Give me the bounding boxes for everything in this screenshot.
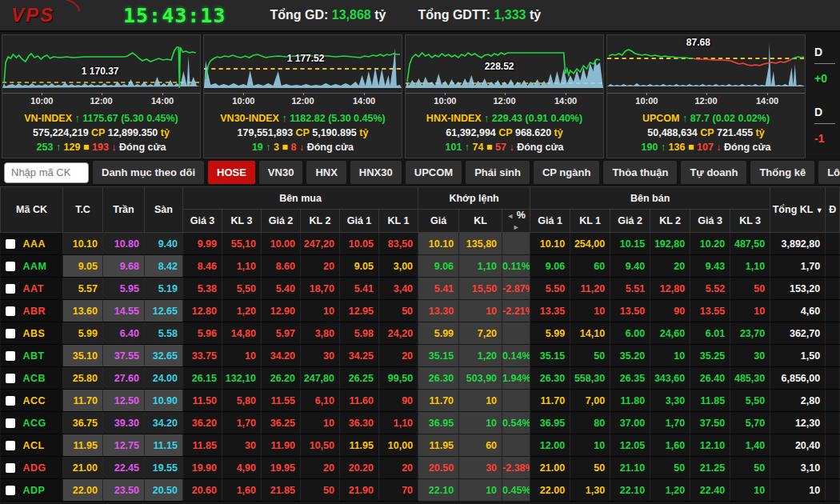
row-checkbox[interactable] [6,262,15,271]
sell-cell-1: 21.00 [530,457,570,479]
tab-tự-doanh[interactable]: Tự doanh [681,161,746,184]
vn30-sparkline [204,35,402,93]
sell-cell-2: 10 [570,434,610,457]
row-checkbox[interactable] [6,396,15,406]
cut-column-cell [826,434,840,457]
row-checkbox[interactable] [6,351,15,361]
buy-cell-2: 1,60 [222,479,262,502]
tab-thỏa-thuận[interactable]: Thỏa thuận [603,161,677,184]
advancers-count: 101 [445,142,462,153]
axis-tick: 12:00 [291,96,314,106]
ticker-symbol[interactable]: ACB [23,373,46,384]
unchanged-square-icon: ■ [486,142,493,153]
ref-price-cell: 21.00 [63,457,103,479]
tab-cp-ngành[interactable]: CP ngành [534,161,599,184]
sell-cell-3: 11.80 [610,390,650,412]
ticker-symbol[interactable]: ABR [23,306,46,317]
row-checkbox[interactable] [6,239,15,249]
table-row[interactable]: ACB25.8027.6024.0026.15132,1026.20247,80… [1,367,840,390]
table-row[interactable]: AAM9.059.688.428.461,108.60209.053,009.0… [1,255,840,278]
match-price-cell: 11.70 [418,390,459,412]
match-price-cell: 5.99 [418,322,459,345]
floor-price-cell: 34.20 [145,412,183,434]
sell-cell-2: 50 [570,457,610,479]
row-checkbox[interactable] [6,418,15,428]
row-checkbox[interactable] [6,284,15,294]
buy-cell-6: 1,10 [379,412,418,434]
index-turnover: 721.455 [717,127,753,138]
table-row[interactable]: AAA10.1010.809.409.9955,1010.00247,2010.… [1,233,840,255]
ticker-symbol[interactable]: ACL [23,440,45,451]
next-arrow-icon[interactable]: ► [513,223,520,231]
buy-cell-1: 12.80 [183,300,222,322]
turnover-unit: tỷ [554,127,563,138]
ticker-symbol[interactable]: AAA [23,238,46,250]
upcom-chart-panel[interactable]: 87.68 10:00 12:00 14:00 UPCOM ↑ 87.7 (0.… [606,34,806,158]
ticker-symbol[interactable]: ADG [23,462,46,474]
row-checkbox[interactable] [6,486,15,495]
table-row[interactable]: ADP22.0023.5020.5020.601,6021.855021.907… [1,479,840,502]
header-sell-giá1: Giá 1 [530,210,570,233]
sell-cell-1: 9.06 [530,255,570,278]
row-checkbox[interactable] [6,329,15,338]
tab-lô-lẻ[interactable]: Lô lẻ [818,161,840,184]
row-checkbox[interactable] [6,441,15,450]
ticker-symbol[interactable]: ADP [23,485,46,496]
table-row[interactable]: ACG36.7539.3034.2036.201,7036.251036.301… [1,412,840,434]
tab-phái-sinh[interactable]: Phái sinh [466,161,530,184]
total-volume-cell: 20,40 [770,434,826,457]
ticker-symbol[interactable]: ABS [23,328,46,339]
table-row[interactable]: AAT5.575.955.195.385,505.4018,705.413,40… [1,278,840,300]
table-row[interactable]: ACL11.9512.7511.1511.853011.9010,5011.95… [1,434,840,457]
ceiling-price-cell: 5.95 [103,278,145,300]
table-row[interactable]: ABR13.6014.5512.6512.801,2012.901012.955… [1,300,840,322]
buy-cell-1: 19.90 [183,457,222,479]
sell-cell-3: 6.00 [610,322,650,345]
tab-hose[interactable]: HOSE [208,161,255,184]
session-status: Đóng cửa [517,142,563,153]
axis-tick: 10:00 [232,96,254,106]
total-gd-label: Tổng GD: [270,8,328,22]
row-checkbox[interactable] [6,463,15,473]
tab-thống-kê[interactable]: Thống kê [750,161,814,184]
sell-cell-2: 10 [570,300,610,322]
hnx-chart-panel[interactable]: 228.52 10:00 12:00 14:00 HNX-INDEX ↑ 229… [405,34,604,158]
cut-column-cell [826,412,840,434]
vn30-chart-panel[interactable]: 1 177.52 10:00 12:00 14:00 VN30-INDEX ↑ … [203,34,402,158]
ticker-symbol[interactable]: ACG [23,418,46,429]
table-row[interactable]: ACC11.7012.5010.9011.505,8011.556,1011.6… [1,390,840,412]
row-checkbox[interactable] [6,374,15,383]
tab-upcom[interactable]: UPCOM [406,161,462,184]
cut-column-cell [826,322,840,345]
ticker-search-input[interactable] [4,162,89,183]
divider [814,63,835,64]
sell-cell-5: 12.10 [690,434,730,457]
table-row[interactable]: ABS5.996.405.585.9614,805.973,805.9824,2… [1,322,840,345]
ticker-symbol[interactable]: ABT [23,350,45,362]
row-checkbox[interactable] [6,306,15,316]
ceiling-price-cell: 14.55 [103,300,145,322]
table-row[interactable]: ADG21.0022.4519.5519.904,9019.952020.202… [1,457,840,479]
vnindex-chart-panel[interactable]: 1 170.37 10:00 12:00 14:00 VN-INDEX ↑ 11… [2,34,201,158]
decliners-count: 193 [92,142,109,153]
ticker-symbol[interactable]: ACC [23,395,46,406]
ticker-symbol[interactable]: AAT [23,283,44,294]
index-change: (0.02 0.02%) [713,113,770,124]
match-volume-cell: 30 [459,457,502,479]
header-tong-kl[interactable]: Tổng KL ▼ [770,187,826,233]
match-percent-cell: 0.14% [502,345,530,367]
tab-hnx30[interactable]: HNX30 [350,161,402,184]
tab-danh-mục-theo-dõi[interactable]: Danh mục theo dõi [93,161,204,184]
prev-arrow-icon[interactable]: ◄ [506,212,514,220]
up-arrow-icon: ↑ [74,113,79,124]
ticker-symbol[interactable]: AAM [23,261,47,272]
header-match-pct[interactable]: ◄ % ► [502,210,530,233]
match-price-cell: 36.95 [418,412,459,434]
index-value: 229.43 [492,113,522,124]
match-price-cell: 5.41 [418,278,459,300]
index-value: 1182.82 [290,113,326,124]
buy-cell-3: 36.25 [262,412,301,434]
tab-hnx[interactable]: HNX [306,161,346,184]
table-row[interactable]: ABT35.1037.5532.6533.751034.203034.25203… [1,345,840,367]
tab-vn30[interactable]: VN30 [259,161,303,184]
